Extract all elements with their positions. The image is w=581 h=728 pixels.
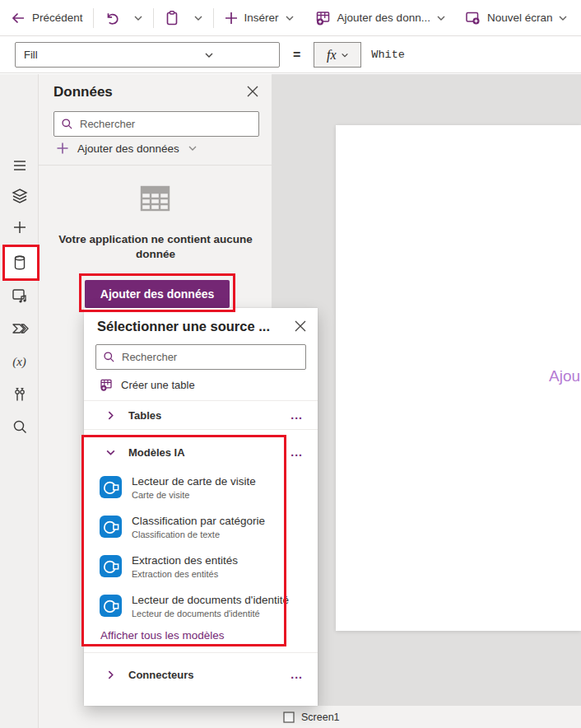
ai-builder-icon	[100, 555, 122, 577]
ai-model-title: Lecteur de documents d'identité	[132, 594, 289, 606]
add-data-button[interactable]: Ajouter des données	[85, 280, 230, 308]
back-label: Précédent	[32, 12, 83, 24]
select-data-source-popup: Sélectionner une source ... Créer une ta…	[84, 308, 318, 706]
more-icon[interactable]: ...	[290, 446, 303, 459]
data-panel-title: Données	[53, 84, 113, 100]
divider	[39, 165, 272, 166]
section-ai-models-label: Modèles IA	[128, 446, 185, 459]
data-panel-searchbox	[53, 111, 259, 137]
add-data-link[interactable]: Ajouter des données	[56, 142, 198, 155]
canvas-area: Ajou Screen1	[272, 74, 581, 728]
close-icon[interactable]	[247, 86, 258, 97]
section-ai-models[interactable]: Modèles IA ...	[84, 438, 318, 466]
left-rail: (x)	[0, 74, 39, 728]
search-input[interactable]	[122, 351, 299, 363]
clipboard-icon	[164, 10, 180, 26]
add-data-toolbar-label: Ajouter des donn...	[337, 12, 430, 24]
screen-canvas[interactable]: Ajou	[336, 125, 581, 631]
menu-icon[interactable]	[9, 155, 30, 175]
back-button[interactable]: Précédent	[3, 4, 90, 32]
paste-button[interactable]	[157, 4, 187, 32]
toolbar-divider	[153, 8, 154, 28]
top-toolbar: Précédent Insé	[0, 0, 581, 36]
paste-menu-button[interactable]	[187, 4, 210, 32]
toolbar-divider	[93, 8, 94, 28]
ai-model-item[interactable]: Extraction des entités Extraction des en…	[84, 548, 318, 588]
table-add-icon	[99, 377, 114, 392]
chevron-down-icon	[558, 13, 568, 23]
new-screen-button[interactable]: Nouvel écran	[458, 4, 575, 32]
power-automate-icon[interactable]	[9, 318, 30, 338]
popup-searchbox	[95, 344, 306, 370]
fx-label: fx	[327, 48, 337, 63]
ai-model-subtitle: Extraction des entités	[132, 569, 218, 579]
chevron-down-icon	[105, 447, 116, 458]
chevron-down-icon	[436, 13, 446, 23]
ai-model-subtitle: Carte de visite	[132, 490, 189, 500]
controls-icon[interactable]	[9, 384, 30, 404]
ai-model-item[interactable]: Lecteur de carte de visite Carte de visi…	[84, 469, 318, 509]
arrow-left-icon	[10, 10, 26, 26]
section-tables[interactable]: Tables ...	[84, 401, 318, 429]
equals-sign: =	[293, 48, 300, 63]
chevron-down-icon	[285, 13, 295, 23]
chevron-down-icon	[193, 13, 203, 23]
media-icon[interactable]	[9, 285, 30, 306]
undo-menu-button[interactable]	[127, 4, 150, 32]
screen-checkbox-icon[interactable]	[283, 712, 295, 723]
screen-label[interactable]: Screen1	[301, 712, 340, 723]
search-icon	[61, 118, 73, 130]
chevron-right-icon	[105, 670, 116, 680]
fx-dropdown[interactable]: fx	[314, 42, 361, 68]
divider	[84, 652, 318, 653]
canvas-hint-text: Ajou	[549, 367, 580, 385]
section-connectors[interactable]: Connecteurs ...	[84, 660, 318, 688]
more-icon[interactable]: ...	[290, 408, 303, 422]
more-icon[interactable]: ...	[290, 668, 303, 681]
powerapps-studio: Précédent Insé	[0, 0, 581, 728]
create-table-button[interactable]: Créer une table	[99, 377, 195, 392]
ai-model-item[interactable]: Lecteur de documents d'identité Lecteur …	[84, 588, 318, 628]
formula-bar: Fill = fx White	[0, 37, 581, 73]
screen-breadcrumb-bar: Screen1	[272, 706, 581, 728]
ai-builder-icon	[100, 595, 122, 617]
insert-button[interactable]: Insérer	[217, 4, 301, 32]
screen-add-icon	[464, 9, 481, 26]
add-data-toolbar-button[interactable]: Ajouter des donn...	[308, 4, 453, 32]
variables-icon[interactable]: (x)	[9, 352, 30, 372]
ai-builder-icon	[100, 476, 122, 498]
add-data-link-label: Ajouter des données	[77, 142, 179, 155]
search-rail-icon[interactable]	[9, 416, 30, 436]
chevron-down-icon	[133, 13, 143, 23]
search-icon	[103, 351, 115, 363]
insert-label: Insérer	[244, 12, 279, 24]
property-dropdown[interactable]: Fill	[15, 42, 280, 68]
chevron-down-icon	[188, 143, 198, 153]
chevron-down-icon	[341, 51, 349, 59]
ai-model-subtitle: Lecteur de documents d'identité	[132, 609, 260, 618]
data-icon[interactable]	[9, 252, 30, 273]
empty-table-icon	[137, 181, 173, 217]
ai-model-item[interactable]: Classification par catégorie Classificat…	[84, 509, 318, 548]
empty-message: Votre application ne contient aucune don…	[57, 232, 254, 262]
undo-icon	[104, 10, 120, 26]
ai-model-title: Extraction des entités	[132, 554, 238, 567]
ai-model-title: Lecteur de carte de visite	[132, 475, 256, 488]
section-connectors-label: Connecteurs	[128, 669, 193, 681]
formula-input[interactable]: White	[371, 49, 405, 61]
divider	[84, 429, 318, 430]
tree-view-icon[interactable]	[9, 185, 30, 206]
close-icon[interactable]	[295, 320, 306, 332]
chevron-right-icon	[105, 410, 116, 421]
search-input[interactable]	[80, 118, 252, 130]
new-screen-label: Nouvel écran	[487, 12, 553, 24]
show-all-models-link[interactable]: Afficher tous les modèles	[100, 629, 225, 642]
undo-button[interactable]	[97, 4, 127, 32]
insert-rail-icon[interactable]	[9, 217, 30, 237]
ai-model-subtitle: Classification de texte	[132, 530, 220, 539]
property-selected: Fill	[24, 49, 147, 61]
create-table-label: Créer une table	[121, 379, 195, 391]
chevron-down-icon	[147, 50, 271, 60]
popup-title: Sélectionner une source ...	[97, 319, 291, 334]
variables-glyph: (x)	[12, 355, 26, 369]
